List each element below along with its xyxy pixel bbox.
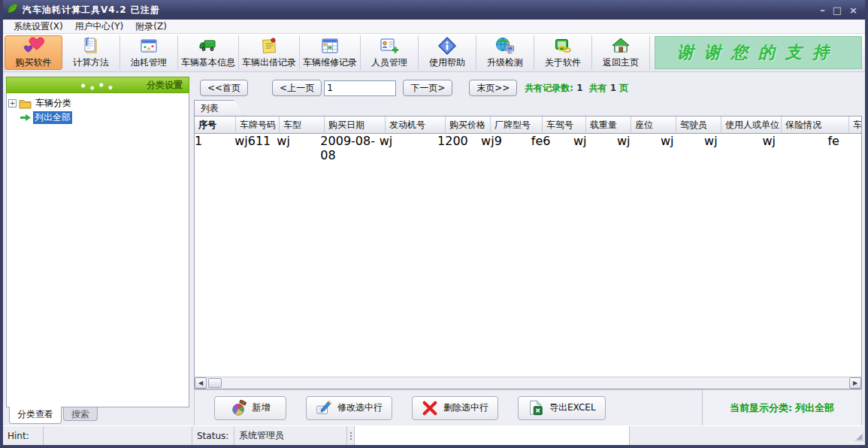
status-value: 系统管理员 — [234, 426, 347, 445]
column-header: 厂牌型号 — [491, 117, 543, 134]
statusbar-right-field — [630, 426, 865, 445]
category-tree: +车辆分类列出全部 — [6, 93, 189, 407]
toolbar-button-fuel-management[interactable]: 油耗管理 — [120, 35, 178, 70]
column-header: 座位 — [631, 117, 676, 134]
page-number-input[interactable] — [324, 80, 396, 96]
statusbar: Hint: Status: 系统管理员 — [3, 425, 865, 445]
toolbar-button-label: 使用帮助 — [429, 56, 465, 69]
tree-item-label[interactable]: 车辆分类 — [34, 97, 73, 110]
leaf-icon — [6, 2, 18, 17]
note-pin-icon — [259, 36, 279, 56]
next-page-button[interactable]: 下一页> — [403, 80, 452, 96]
maximize-button[interactable]: □ — [833, 5, 842, 15]
toolbar-button-update-check[interactable]: 升级检测 — [476, 35, 534, 70]
link-icon — [553, 36, 573, 56]
records-panel: <<首页 <上一页 下一页> 末页>> 共有记录数:1 共有1页 列表 序号车牌… — [194, 72, 862, 425]
scroll-left-arrow[interactable]: ◀ — [195, 377, 207, 389]
first-page-button[interactable]: <<首页 — [200, 80, 248, 96]
add-button[interactable]: 新增 — [214, 396, 286, 420]
table-cell: wj — [573, 134, 617, 162]
window-title: 汽车油耗计算工具V4.2 已注册 — [23, 4, 160, 17]
toolbar-button-calc-method[interactable]: 计算方法 — [62, 35, 120, 70]
globe-monitor-icon — [494, 36, 516, 56]
edit-pen-icon — [316, 400, 332, 416]
excel-icon — [528, 400, 544, 416]
column-header: 车型 — [280, 117, 325, 134]
main-area: 分类设置 +车辆分类列出全部 分类查看搜索 <<首页 <上一页 下一页> 末页>… — [3, 72, 865, 425]
table-cell: wj — [704, 134, 762, 162]
home-icon — [610, 36, 631, 56]
table-cell: 1200 — [437, 134, 481, 162]
table-cell: wj611 — [234, 134, 277, 162]
toolbar-button-label: 车辆基本信息 — [181, 56, 235, 69]
close-button[interactable]: × — [849, 5, 857, 15]
table-row[interactable]: 1wj611wj2009-08-08wj1200wj9fe6wjwjwjwjwj… — [195, 134, 861, 162]
column-header: 车驾号 — [543, 117, 586, 134]
menu-item-1[interactable]: 系统设置(X) — [8, 20, 69, 33]
edit-selected-button[interactable]: 修改选中行 — [306, 396, 392, 420]
horizontal-scrollbar: ◀ ▶ — [195, 377, 861, 389]
toolbar-button-buy-software[interactable]: 购买软件 — [5, 35, 62, 70]
sidebar-tab-2[interactable]: 搜索 — [63, 407, 98, 421]
table-cell: fe — [827, 134, 861, 162]
status-label: Status: — [192, 426, 234, 445]
help-diamond-icon — [437, 36, 457, 56]
records-count: 1 — [576, 83, 582, 93]
table-cell: wj — [617, 134, 661, 162]
palette-icon — [231, 400, 247, 416]
column-header: 序号 — [195, 117, 236, 134]
toolbar-button-vehicle-lend-records[interactable]: 车辆出借记录 — [239, 35, 300, 70]
menu-item-3[interactable]: 附录(Z) — [129, 20, 173, 33]
table-cell: fe6 — [531, 134, 573, 162]
toolbar-button-label: 返回主页 — [603, 56, 639, 69]
toolbar-button-return-home[interactable]: 返回主页 — [592, 35, 650, 70]
current-category-status: 当前显示分类: 列出全部 — [702, 390, 861, 425]
export-excel-button[interactable]: 导出EXCEL — [518, 396, 606, 420]
minimize-button[interactable]: – — [820, 5, 825, 15]
menu-item-2[interactable]: 用户中心(Y) — [69, 20, 130, 33]
last-page-button[interactable]: 末页>> — [469, 80, 517, 96]
toolbar-button-help[interactable]: 使用帮助 — [419, 35, 476, 70]
sidebar-tab-1[interactable]: 分类查看 — [9, 407, 62, 424]
toolbar-button-label: 购买软件 — [16, 56, 52, 69]
toolbar-button-vehicle-base-info[interactable]: 车辆基本信息 — [178, 35, 239, 70]
column-header: 使用人或单位 — [721, 117, 782, 134]
hint-field — [44, 426, 192, 445]
toolbar-button-label: 计算方法 — [73, 56, 109, 69]
toolbar-button-vehicle-repair-records[interactable]: 车辆维修记录 — [300, 35, 361, 70]
table-cell: wj — [661, 134, 704, 162]
toolbar-button-personnel-management[interactable]: 人员管理 — [361, 35, 419, 70]
column-header: 发动机号 — [386, 117, 446, 134]
column-header: 车牌号码 — [236, 117, 280, 134]
delete-selected-button[interactable]: 删除选中行 — [412, 396, 498, 420]
pages-count: 1 — [610, 83, 616, 93]
table-cell: wj — [762, 134, 827, 162]
column-header: 载重量 — [586, 117, 631, 134]
tree-item-2[interactable]: 列出全部 — [8, 110, 187, 125]
resize-grip[interactable] — [854, 431, 864, 444]
current-category-label: 当前显示分类: — [730, 401, 792, 415]
table-cell: wj — [380, 134, 437, 162]
column-header: 驾驶员 — [676, 117, 721, 134]
arrow-icon — [20, 114, 31, 122]
current-category-value: 列出全部 — [795, 401, 834, 415]
category-panel-header: 分类设置 — [6, 77, 189, 93]
hearts-icon — [23, 36, 44, 56]
scroll-thumb[interactable] — [208, 378, 222, 388]
tab-list[interactable]: 列表 — [194, 100, 245, 116]
document-clip-icon — [81, 36, 101, 56]
tree-expander-icon[interactable]: + — [8, 99, 17, 107]
table-body: 1wj611wj2009-08-08wj1200wj9fe6wjwjwjwjwj… — [195, 134, 861, 162]
prev-page-button[interactable]: <上一页 — [272, 80, 322, 96]
toolbar-button-about-software[interactable]: 关于软件 — [534, 35, 592, 70]
scroll-right-arrow[interactable]: ▶ — [849, 377, 861, 389]
column-header: 购买价格 — [446, 117, 491, 134]
table-grid-icon — [320, 36, 340, 56]
toolbar-button-label: 车辆出借记录 — [242, 56, 296, 69]
statusbar-message-field — [355, 426, 630, 445]
tree-item-label[interactable]: 列出全部 — [33, 111, 72, 124]
tree-item-1[interactable]: +车辆分类 — [8, 96, 187, 110]
menubar: 系统设置(X)用户中心(Y)附录(Z) — [3, 20, 865, 34]
chart-window-icon — [139, 36, 159, 56]
delete-x-icon — [422, 400, 438, 416]
